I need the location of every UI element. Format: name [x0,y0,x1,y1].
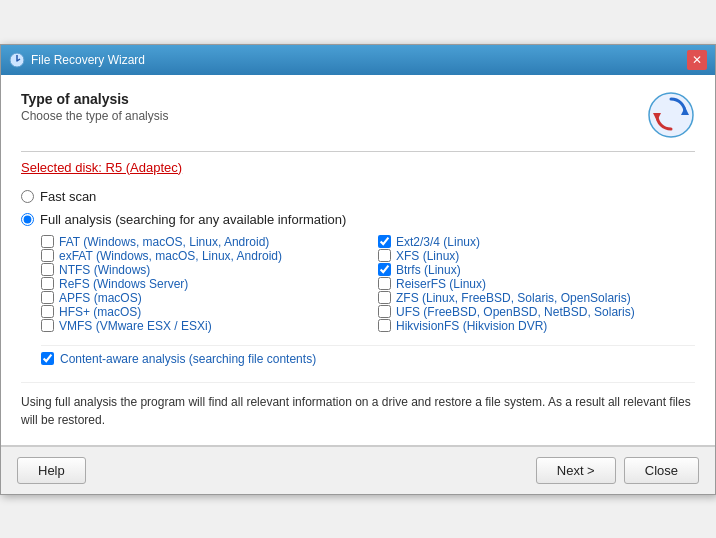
fs-ext234: Ext2/3/4 (Linux) [378,235,695,249]
fs-exfat: exFAT (Windows, macOS, Linux, Android) [41,249,358,263]
xfs-checkbox[interactable] [378,249,391,262]
fast-scan-option: Fast scan [21,189,695,204]
fast-scan-label[interactable]: Fast scan [40,189,96,204]
footer-left: Help [17,457,86,484]
fat-checkbox[interactable] [41,235,54,248]
description-text: Using full analysis the program will fin… [21,382,695,429]
help-button[interactable]: Help [17,457,86,484]
next-button[interactable]: Next > [536,457,616,484]
app-icon [9,52,25,68]
vmfs-label: VMFS (VMware ESX / ESXi) [59,319,212,333]
refs-label: ReFS (Windows Server) [59,277,188,291]
fs-fat: FAT (Windows, macOS, Linux, Android) [41,235,358,249]
reiserfs-label: ReiserFS (Linux) [396,277,486,291]
ntfs-checkbox[interactable] [41,263,54,276]
full-analysis-option: Full analysis (searching for any availab… [21,212,695,227]
fs-btrfs: Btrfs (Linux) [378,263,695,277]
fs-ntfs: NTFS (Windows) [41,263,358,277]
vmfs-checkbox[interactable] [41,319,54,332]
filesystem-section: FAT (Windows, macOS, Linux, Android) exF… [41,235,695,372]
hikvision-label: HikvisionFS (Hikvision DVR) [396,319,547,333]
filesystem-grid: FAT (Windows, macOS, Linux, Android) exF… [41,235,695,333]
filesystem-left-col: FAT (Windows, macOS, Linux, Android) exF… [41,235,358,333]
ext234-checkbox[interactable] [378,235,391,248]
close-button[interactable]: Close [624,457,699,484]
footer: Help Next > Close [1,446,715,494]
fs-apfs: APFS (macOS) [41,291,358,305]
btrfs-checkbox[interactable] [378,263,391,276]
wizard-header: Type of analysis Choose the type of anal… [21,91,695,139]
ntfs-label: NTFS (Windows) [59,263,150,277]
reiserfs-checkbox[interactable] [378,277,391,290]
close-window-button[interactable]: ✕ [687,50,707,70]
fs-hikvision: HikvisionFS (Hikvision DVR) [378,319,695,333]
refs-checkbox[interactable] [41,277,54,290]
fs-xfs: XFS (Linux) [378,249,695,263]
wizard-header-text: Type of analysis Choose the type of anal… [21,91,168,123]
footer-right: Next > Close [536,457,699,484]
hfsplus-label: HFS+ (macOS) [59,305,141,319]
fs-vmfs: VMFS (VMware ESX / ESXi) [41,319,358,333]
titlebar-left: File Recovery Wizard [9,52,145,68]
wizard-content: Type of analysis Choose the type of anal… [1,75,715,446]
ufs-checkbox[interactable] [378,305,391,318]
xfs-label: XFS (Linux) [396,249,459,263]
full-analysis-label[interactable]: Full analysis (searching for any availab… [40,212,346,227]
fs-refs: ReFS (Windows Server) [41,277,358,291]
fs-hfsplus: HFS+ (macOS) [41,305,358,319]
ufs-label: UFS (FreeBSD, OpenBSD, NetBSD, Solaris) [396,305,635,319]
full-analysis-radio[interactable] [21,213,34,226]
titlebar: File Recovery Wizard ✕ [1,45,715,75]
apfs-checkbox[interactable] [41,291,54,304]
exfat-label: exFAT (Windows, macOS, Linux, Android) [59,249,282,263]
apfs-label: APFS (macOS) [59,291,142,305]
fast-scan-radio[interactable] [21,190,34,203]
wizard-icon [647,91,695,139]
wizard-title: Type of analysis [21,91,168,107]
hikvision-checkbox[interactable] [378,319,391,332]
fs-reiserfs: ReiserFS (Linux) [378,277,695,291]
main-window: File Recovery Wizard ✕ Type of analysis … [0,44,716,495]
zfs-label: ZFS (Linux, FreeBSD, Solaris, OpenSolari… [396,291,631,305]
ext234-label: Ext2/3/4 (Linux) [396,235,480,249]
filesystem-right-col: Ext2/3/4 (Linux) XFS (Linux) Btrfs (Linu… [378,235,695,333]
hfsplus-checkbox[interactable] [41,305,54,318]
fs-ufs: UFS (FreeBSD, OpenBSD, NetBSD, Solaris) [378,305,695,319]
header-divider [21,151,695,152]
wizard-subtitle: Choose the type of analysis [21,109,168,123]
content-aware-label[interactable]: Content-aware analysis (searching file c… [60,352,316,366]
content-aware-section: Content-aware analysis (searching file c… [41,345,695,372]
exfat-checkbox[interactable] [41,249,54,262]
titlebar-title: File Recovery Wizard [31,53,145,67]
fat-label: FAT (Windows, macOS, Linux, Android) [59,235,269,249]
selected-disk-link[interactable]: Selected disk: R5 (Adaptec) [21,160,182,175]
fs-zfs: ZFS (Linux, FreeBSD, Solaris, OpenSolari… [378,291,695,305]
zfs-checkbox[interactable] [378,291,391,304]
content-aware-checkbox[interactable] [41,352,54,365]
btrfs-label: Btrfs (Linux) [396,263,461,277]
